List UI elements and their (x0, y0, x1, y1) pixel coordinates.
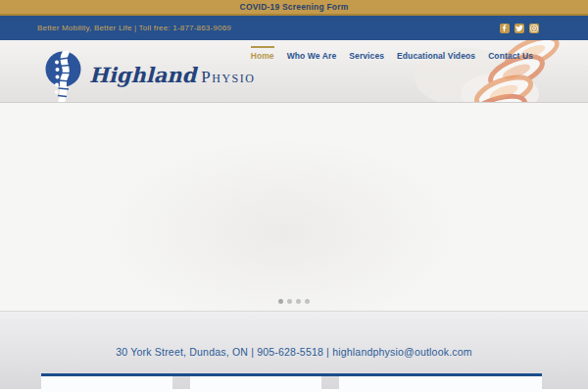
nav-item-contact-us[interactable]: Contact Us (488, 46, 533, 61)
slider-dots (278, 299, 310, 304)
footer-widget-box-1 (41, 376, 172, 392)
covid-screening-link[interactable]: COVID-19 Screening Form (240, 2, 349, 12)
nav-item-home[interactable]: Home (251, 46, 274, 61)
footer-widget-box-3 (339, 376, 542, 392)
instagram-icon[interactable] (529, 24, 539, 33)
brand-word-physio: Physio (201, 69, 255, 85)
twitter-icon[interactable] (514, 24, 524, 33)
social-links (500, 24, 539, 33)
slider-dot-4[interactable] (305, 299, 310, 304)
site-header: Highland Physio Home Who We Are Services… (0, 40, 588, 103)
main-navigation: Home Who We Are Services Educational Vid… (251, 46, 533, 61)
nav-item-services[interactable]: Services (349, 46, 384, 61)
facebook-icon[interactable] (500, 24, 510, 33)
nav-item-educational-videos[interactable]: Educational Videos (397, 46, 475, 61)
spine-circle-logo-icon (45, 51, 82, 103)
slider-dot-2[interactable] (287, 299, 292, 304)
footer: 30 York Street, Dundas, ON | 905-628-551… (0, 312, 588, 389)
footer-widget-box-2 (190, 376, 321, 392)
brand-logo-lockup[interactable]: Highland Physio (45, 51, 255, 103)
nav-item-who-we-are[interactable]: Who We Are (287, 46, 337, 61)
brand-name: Highland Physio (89, 65, 255, 85)
slider-dot-1[interactable] (278, 299, 283, 304)
announcement-bar: COVID-19 Screening Form (0, 0, 588, 16)
hero-slider (0, 103, 588, 312)
tagline-tollfree-text: Better Mobility, Better Life | Toll free… (37, 24, 231, 32)
slider-dot-3[interactable] (296, 299, 301, 304)
brand-word-highland: Highland (89, 65, 196, 85)
footer-widget-row (41, 373, 542, 392)
contact-info-line: 30 York Street, Dundas, ON | 905-628-551… (0, 312, 588, 358)
info-bar: Better Mobility, Better Life | Toll free… (0, 16, 588, 40)
